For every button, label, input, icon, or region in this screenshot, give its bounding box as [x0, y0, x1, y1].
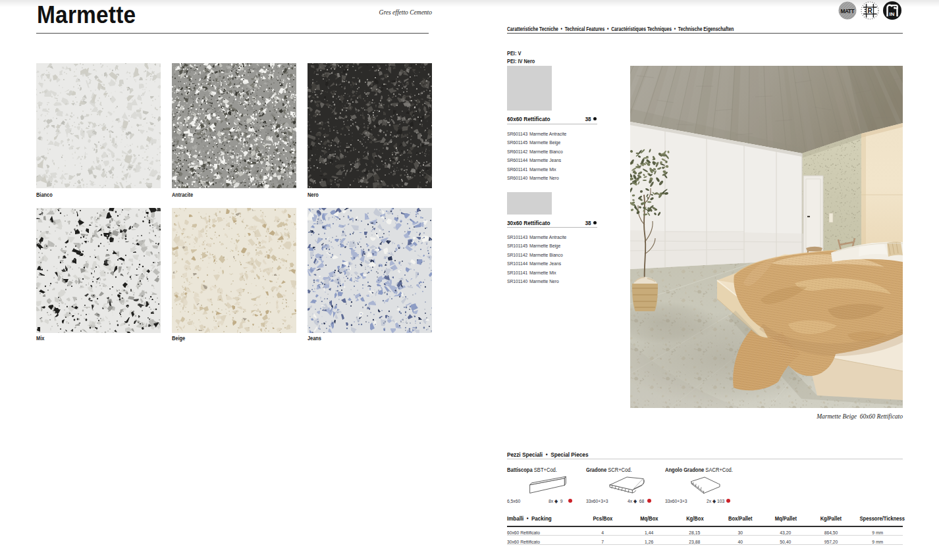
svg-text:R: R — [868, 7, 873, 14]
svg-text:MATT: MATT — [841, 8, 855, 14]
svg-text:IN: IN — [890, 11, 895, 17]
